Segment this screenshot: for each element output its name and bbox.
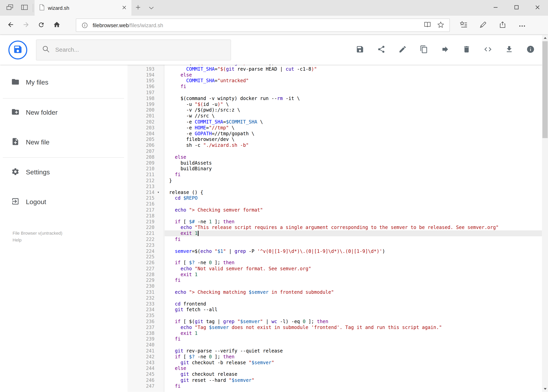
code-line[interactable]: if [ $? -ne 0 ]; then — [165, 354, 542, 360]
sidebar-item-logout[interactable]: Logout — [0, 192, 125, 213]
line-number[interactable]: 215 — [130, 195, 165, 201]
move-button[interactable] — [437, 42, 454, 58]
share-file-button[interactable] — [373, 42, 390, 58]
line-number[interactable]: 226 — [130, 260, 165, 266]
line-number[interactable]: 206 — [130, 142, 165, 148]
line-number[interactable]: 205 — [130, 136, 165, 142]
close-tab-button[interactable] — [119, 3, 129, 12]
line-number[interactable]: 236 — [130, 318, 165, 324]
address-bar[interactable]: filebrowser.web/files/wizard.sh — [76, 19, 450, 32]
line-number[interactable]: 216 — [130, 201, 165, 207]
add-favorite-button[interactable] — [434, 19, 447, 31]
more-menu-button[interactable] — [514, 17, 530, 33]
favorites-hub-button[interactable] — [456, 17, 471, 33]
code-line[interactable]: $(command -v winpty) docker run --rm -it… — [165, 95, 542, 101]
code-line[interactable]: else — [165, 72, 542, 78]
code-line[interactable]: echo "This release script requires a sin… — [165, 224, 542, 230]
scroll-down-arrow[interactable] — [542, 386, 548, 392]
code-line[interactable] — [165, 201, 542, 207]
code-line[interactable]: if [ "$(command -v git)" != "" ]; then — [165, 65, 542, 66]
code-line[interactable]: echo "> Checking matching $semver in fro… — [165, 289, 542, 295]
rename-button[interactable] — [394, 42, 411, 58]
code-line[interactable]: COMMIT_SHA="$(git rev-parse HEAD | cut -… — [165, 66, 542, 72]
line-number[interactable]: 228 — [130, 272, 165, 277]
app-logo[interactable] — [8, 40, 27, 59]
tab-preview-toggle[interactable] — [145, 0, 158, 16]
code-line[interactable]: exit 1 — [165, 230, 542, 236]
line-number[interactable]: 220 — [130, 224, 165, 230]
code-line[interactable] — [165, 148, 542, 154]
code-lines[interactable]: if [ "$(command -v git)" != "" ]; then C… — [165, 65, 542, 389]
line-number[interactable]: 238 — [130, 330, 165, 336]
code-line[interactable]: git checkout -b release "$semver" — [165, 360, 542, 366]
code-line[interactable]: exit 1 — [165, 272, 542, 277]
delete-button[interactable] — [458, 42, 475, 58]
code-line[interactable]: echo "> Checking semver format" — [165, 207, 542, 213]
line-number[interactable]: 213 — [130, 183, 165, 189]
line-number[interactable]: 243 — [130, 360, 165, 366]
code-line[interactable]: -w //src \ — [165, 113, 542, 119]
line-number[interactable]: 211 — [130, 172, 165, 177]
save-button[interactable] — [352, 42, 368, 58]
code-line[interactable]: sh -c "./wizard.sh -b" — [165, 142, 542, 148]
code-line[interactable] — [165, 183, 542, 189]
browser-tab-active[interactable]: wizard.sh — [35, 0, 132, 16]
code-line[interactable]: fi — [165, 277, 542, 283]
download-button[interactable] — [501, 42, 518, 58]
line-number[interactable]: 210 — [130, 166, 165, 172]
line-number[interactable]: 239 — [130, 336, 165, 342]
code-line[interactable]: git checkout release — [165, 371, 542, 377]
reading-view-button[interactable] — [421, 19, 434, 31]
line-number[interactable]: 195 — [130, 78, 165, 84]
line-number[interactable]: 209 — [130, 160, 165, 166]
line-number[interactable]: 214▾ — [130, 189, 165, 195]
code-line[interactable]: -v /$(pwd):/src:z \ — [165, 107, 542, 113]
line-number[interactable]: 241 — [130, 348, 165, 354]
line-number[interactable]: 222 — [130, 236, 165, 242]
line-number[interactable]: 201 — [130, 113, 165, 119]
line-number[interactable]: 237 — [130, 324, 165, 330]
back-button[interactable] — [3, 17, 18, 33]
line-number[interactable]: 223 — [130, 242, 165, 248]
maximize-button[interactable] — [506, 0, 527, 16]
refresh-button[interactable] — [34, 17, 49, 33]
help-link[interactable]: Help — [13, 238, 21, 243]
code-line[interactable]: -u "$(id -u)" \ — [165, 101, 542, 107]
scrollbar-thumb[interactable] — [542, 41, 548, 138]
sidebar-item-my-files[interactable]: My files — [0, 72, 125, 93]
site-info-icon[interactable] — [79, 19, 90, 31]
code-line[interactable] — [165, 283, 542, 289]
new-tab-button[interactable] — [132, 0, 145, 16]
line-number[interactable]: 219 — [130, 219, 165, 224]
line-number[interactable]: 218 — [130, 213, 165, 219]
code-line[interactable] — [165, 254, 542, 260]
line-number[interactable]: 235 — [130, 313, 165, 318]
home-button[interactable] — [49, 17, 64, 33]
code-line[interactable]: git fetch --all — [165, 307, 542, 313]
code-line[interactable]: fi — [165, 383, 542, 389]
sidebar-item-new-file[interactable]: New file — [0, 132, 125, 153]
line-number[interactable]: 208 — [130, 154, 165, 160]
code-line[interactable]: buildBinary — [165, 166, 542, 172]
line-number[interactable]: 212 — [130, 177, 165, 183]
minimize-button[interactable] — [485, 0, 506, 16]
code-line[interactable]: COMMIT_SHA="untracked" — [165, 78, 542, 84]
code-line[interactable]: -e GOPATH=//tmp/gopath \ — [165, 131, 542, 136]
line-number[interactable]: 231 — [130, 289, 165, 295]
line-number[interactable]: 225 — [130, 254, 165, 260]
line-number[interactable]: 200 — [130, 107, 165, 113]
line-number[interactable]: 230 — [130, 283, 165, 289]
line-number[interactable]: 192 — [130, 65, 165, 66]
line-number[interactable]: 244 — [130, 366, 165, 371]
forward-button[interactable] — [18, 17, 34, 33]
line-number[interactable]: 246 — [130, 377, 165, 383]
code-line[interactable]: git reset --hard "$semver" — [165, 377, 542, 383]
code-line[interactable]: else — [165, 366, 542, 371]
code-line[interactable]: cd $REPO — [165, 195, 542, 201]
code-line[interactable]: -e HOME="//tmp" \ — [165, 125, 542, 131]
line-number[interactable]: 198 — [130, 95, 165, 101]
line-number[interactable]: 229 — [130, 277, 165, 283]
url-text[interactable]: filebrowser.web/files/wizard.sh — [92, 22, 421, 28]
code-line[interactable]: fi — [165, 336, 542, 342]
web-note-button[interactable] — [475, 17, 491, 33]
